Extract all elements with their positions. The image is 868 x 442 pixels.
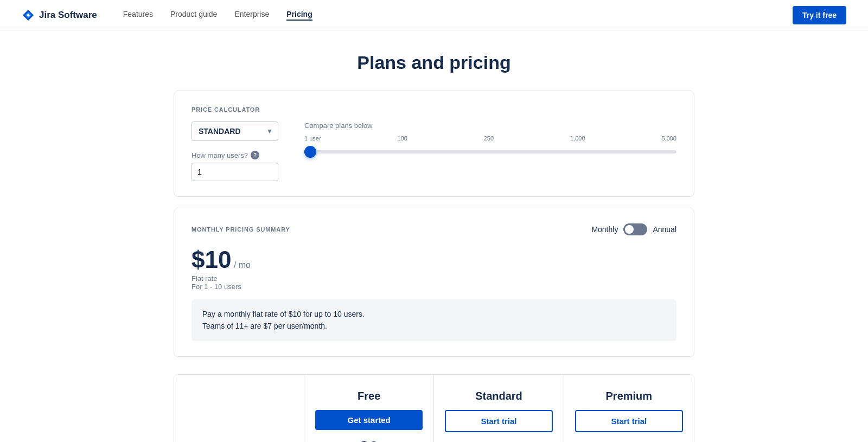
billing-toggle-row: Monthly Annual — [591, 223, 676, 235]
calc-left: STANDARD FREE PREMIUM ▼ How many users? … — [192, 121, 278, 181]
plan-name-free: Free — [315, 390, 423, 402]
price-calculator-card: PRICE CALCULATOR STANDARD FREE PREMIUM ▼… — [174, 91, 694, 197]
jira-logo-icon — [22, 9, 35, 22]
start-trial-standard-button[interactable]: Start trial — [445, 410, 552, 432]
try-it-free-button[interactable]: Try it free — [793, 6, 846, 24]
users-slider[interactable] — [304, 150, 676, 153]
navbar: Jira Software Features Product guide Ent… — [0, 0, 868, 30]
pricing-summary-card: MONTHLY PRICING SUMMARY Monthly Annual $… — [174, 208, 694, 357]
tick-1: 1 user — [304, 135, 321, 142]
pricing-info-line2: Teams of 11+ are $7 per user/month. — [202, 320, 666, 332]
plan-name-standard: Standard — [445, 390, 552, 402]
nav-enterprise[interactable]: Enterprise — [234, 10, 269, 21]
table-header-empty — [174, 375, 304, 442]
table-header-row: Free Get started $0 Forever Standard Sta… — [174, 375, 694, 442]
price-amount: $10 — [192, 246, 231, 273]
slider-wrapper: 1 user 100 250 1,000 5,000 — [304, 135, 676, 156]
plan-header-free: Free Get started $0 Forever — [304, 375, 434, 442]
logo[interactable]: Jira Software — [22, 9, 97, 22]
annual-label: Annual — [653, 225, 676, 234]
price-for-users: For 1 - 10 users — [192, 283, 676, 291]
summary-label: MONTHLY PRICING SUMMARY — [192, 226, 290, 233]
price-suffix: / mo — [234, 260, 251, 270]
tick-100: 100 — [397, 135, 407, 142]
plan-price-standard: $7 — [445, 440, 552, 442]
plan-price-premium: $14 — [575, 440, 683, 442]
help-icon: ? — [251, 151, 259, 159]
slider-tick-labels: 1 user 100 250 1,000 5,000 — [304, 135, 676, 142]
tick-5000: 5,000 — [661, 135, 676, 142]
nav-features[interactable]: Features — [123, 10, 153, 21]
page-title: Plans and pricing — [174, 52, 694, 73]
plan-header-standard: Standard Start trial $7 / user / month s… — [434, 375, 564, 442]
price-display: $10 / mo Flat rate For 1 - 10 users — [192, 246, 676, 291]
get-started-button[interactable]: Get started — [315, 410, 423, 430]
plan-select[interactable]: STANDARD FREE PREMIUM — [192, 121, 278, 141]
pricing-info-box: Pay a monthly flat rate of $10 for up to… — [192, 299, 676, 341]
billing-toggle[interactable] — [623, 223, 647, 235]
nav-pricing[interactable]: Pricing — [286, 10, 312, 21]
nav-product-guide[interactable]: Product guide — [170, 10, 217, 21]
price-flat-rate: Flat rate — [192, 274, 676, 283]
tick-1000: 1,000 — [570, 135, 585, 142]
monthly-label: Monthly — [591, 225, 618, 234]
user-count-input[interactable] — [192, 163, 278, 181]
calculator-label: PRICE CALCULATOR — [192, 106, 676, 113]
calc-layout: STANDARD FREE PREMIUM ▼ How many users? … — [192, 121, 676, 181]
tick-250: 250 — [484, 135, 494, 142]
plan-header-premium: Premium Start trial $14 / user / month s… — [564, 375, 694, 442]
plan-price-free: $0 — [315, 438, 423, 442]
plan-name-premium: Premium — [575, 390, 683, 402]
plan-select-wrapper: STANDARD FREE PREMIUM ▼ — [192, 121, 278, 141]
calc-right: Compare plans below 1 user 100 250 1,000… — [304, 121, 676, 156]
nav-links: Features Product guide Enterprise Pricin… — [123, 10, 793, 21]
logo-text: Jira Software — [39, 10, 97, 21]
compare-label: Compare plans below — [304, 121, 676, 130]
pricing-info-line1: Pay a monthly flat rate of $10 for up to… — [202, 308, 666, 320]
comparison-table: Free Get started $0 Forever Standard Sta… — [174, 374, 694, 442]
start-trial-premium-button[interactable]: Start trial — [575, 410, 683, 432]
user-count-label: How many users? ? — [192, 151, 278, 159]
page-content: Plans and pricing PRICE CALCULATOR STAND… — [163, 30, 705, 442]
